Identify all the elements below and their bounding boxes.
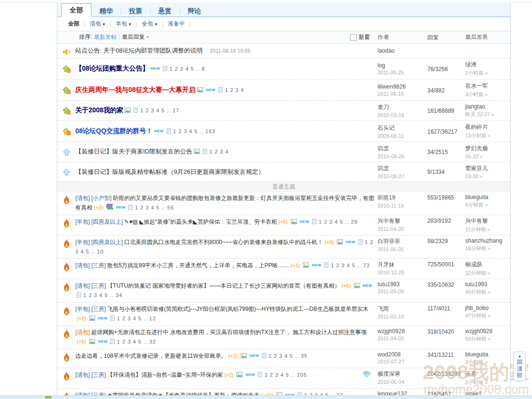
sort-by-lastreply-link[interactable]: 最后回复: [122, 33, 144, 42]
thread-title-link[interactable]: 【TUTU的筑巢记 国家地理爱好者的家】——本日记上了长沙三家网站的首页（有图有…: [107, 282, 340, 289]
thread-author-link[interactable]: log: [378, 62, 385, 69]
thread-author-link[interactable]: 月牙妹: [378, 261, 395, 268]
thread-title-link[interactable]: 关于2008我的家: [75, 106, 123, 114]
thread-author-link[interactable]: 听雨19: [378, 194, 395, 201]
pagination-links[interactable]: 1 2 3 4 5 .. 32: [117, 339, 156, 345]
thread-title-link[interactable]: 散包5万搞定89平米小三房，开通天然气，上详单，买电器，上PP咯……: [107, 262, 289, 269]
thread-category-tag[interactable]: [半包]: [75, 306, 90, 312]
last-post-time-link[interactable]: 32分钟前: [465, 270, 487, 276]
thread-title-link[interactable]: 08论坛QQ交流群的群号！: [75, 127, 153, 135]
tab-reward[interactable]: 悬赏: [150, 6, 180, 17]
sort-by-newest-link[interactable]: 最新发帖: [94, 33, 117, 42]
filter-quanbao[interactable]: 全包▼: [137, 20, 162, 28]
last-post-user-link[interactable]: blueguita: [465, 194, 488, 200]
pagination-links[interactable]: 1 2 3 4 5 .. 56: [135, 205, 174, 210]
thread-category-tag[interactable]: [清包]: [75, 282, 90, 289]
pagination-links[interactable]: 1 2 3 4 5 .. 163: [173, 128, 216, 134]
thread-category-tag[interactable]: [四房及以上]: [91, 239, 123, 245]
thread-title-link[interactable]: 【装修日记】版关于商家ID限制发言的公告: [75, 148, 192, 155]
tab-debate[interactable]: 辩论: [180, 6, 209, 17]
thread-author-link[interactable]: 极度深寒: [378, 371, 400, 377]
last-post-time-link[interactable]: 昨天 22:27: [465, 111, 490, 117]
tab-digest[interactable]: 精华: [91, 6, 121, 17]
last-post-user-link[interactable]: 爱家豆儿: [465, 165, 488, 172]
thread-title-link[interactable]: 口北美田园风口水电走完居然不到8000~~~省心的装修来自装修队中的战斗机！: [124, 239, 323, 245]
thread-category-tag[interactable]: [小户型]: [91, 195, 112, 201]
last-post-user-link[interactable]: 梦幻无极: [465, 145, 488, 152]
last-post-user-link[interactable]: blueguita: [465, 351, 488, 358]
last-post-user-link[interactable]: tutu1993: [465, 281, 487, 288]
last-post-user-link[interactable]: 柳成荫: [465, 261, 482, 268]
thread-title-link[interactable]: 庆生两周年—我与08征文大赛—大幕开启: [75, 86, 196, 93]
thread-author-link[interactable]: liliwen9826: [378, 83, 406, 90]
thread-title-link[interactable]: 【08论坛团购重大公告】: [75, 64, 149, 72]
thread-category-tag[interactable]: [三房]: [91, 306, 106, 312]
tab-all[interactable]: 全部: [61, 3, 91, 17]
filter-zhunbeizhong[interactable]: 准备中: [163, 20, 189, 28]
thread-category-tag[interactable]: [清包]: [75, 262, 90, 269]
last-post-user-link[interactable]: shanzhuzhang: [465, 237, 502, 244]
thread-title-link[interactable]: 边走边看，108平米中式装修记录，更新硬装11W全部账单。: [75, 353, 227, 359]
thread-category-tag[interactable]: [清包]: [75, 329, 90, 336]
thread-author-link[interactable]: wzjgh0928: [378, 328, 405, 335]
pagination-links[interactable]: 1 2 3 4: [209, 149, 229, 154]
thread-category-tag[interactable]: [半包]: [75, 218, 90, 225]
last-post-time-link[interactable]: 13小时前: [465, 133, 487, 138]
last-post-time-link[interactable]: 50分钟前: [465, 336, 487, 342]
last-post-time-link[interactable]: 16分钟前: [465, 245, 487, 251]
last-post-user-link[interactable]: jhb_bobo: [465, 305, 488, 311]
last-post-time-link[interactable]: 11分钟前: [465, 227, 486, 232]
thread-title-link[interactable]: 超级网购+无敌清包正在进行中 水电改造费用，买汉高百得填缝剂的TX注意了， 施工…: [91, 329, 367, 336]
last-post-time-link[interactable]: 3小时前: [465, 91, 484, 97]
last-post-user-link[interactable]: 绿洲: [465, 61, 477, 68]
thread-category-tag[interactable]: [半包]: [75, 239, 90, 245]
filter-qingbao[interactable]: 清包▼: [85, 20, 110, 28]
thread-category-tag[interactable]: [三房]: [91, 372, 106, 378]
thread-author-link[interactable]: 叽歪: [378, 145, 389, 152]
thread-category-tag[interactable]: [清包]: [75, 195, 90, 201]
last-post-user-link[interactable]: 在水一军: [465, 82, 488, 89]
last-post-user-link[interactable]: 乐喜: [465, 371, 477, 377]
last-post-user-link[interactable]: 兴中有黎: [465, 218, 488, 224]
pagination-links[interactable]: 1 2 3 4 5 .. 8: [170, 66, 205, 72]
pagination-links[interactable]: 1 2 3 4 5 .. 205: [264, 372, 307, 378]
thread-title-link[interactable]: 【装修日记】版版规及精华帖标准（9月26日更新商家限制发言规定）: [75, 168, 264, 175]
thread-author-link[interactable]: 叽歪: [378, 165, 389, 172]
pagination-links[interactable]: 1 2 3 4 5 .. 34: [83, 292, 122, 298]
last-post-time-link[interactable]: 2小时前: [465, 380, 484, 385]
last-post-time-link[interactable]: 05-22: [465, 154, 478, 159]
pagination-links[interactable]: 1 2 3 4: [225, 87, 244, 93]
last-post-time-link[interactable]: 47分钟前: [465, 313, 487, 318]
thread-category-tag[interactable]: [三房]: [91, 282, 106, 289]
thread-author-link[interactable]: tutu1993: [378, 281, 400, 288]
pagination-links[interactable]: 1 2 3 4 5 .. 73: [331, 263, 370, 268]
announcement-title-link[interactable]: 关于08论坛内部管理团队调整的说明: [103, 47, 202, 54]
thread-author-link[interactable]: 兴中有黎: [378, 218, 400, 224]
thread-category-tag[interactable]: [三房]: [91, 262, 106, 269]
thread-author-link[interactable]: 老刀: [378, 104, 389, 110]
pagination-links[interactable]: 1 2 3 4 5 .. 17: [140, 108, 179, 113]
last-post-user-link[interactable]: wzjgh0928: [465, 328, 492, 335]
last-post-user-link[interactable]: 夜的碎片: [465, 124, 488, 130]
last-post-user-link[interactable]: jiangtao: [465, 103, 485, 110]
thread-title-link[interactable]: ✎♥▤ ◣掀起“装修”的盖头来◣菩萨保佑：宝兰吊顶、劳卡衣柜: [124, 218, 277, 225]
announcement-author[interactable]: laodao: [378, 47, 395, 54]
thread-category-tag[interactable]: [四房及以上]: [91, 218, 123, 225]
last-post-time-link[interactable]: 6分钟前: [465, 202, 484, 208]
tab-poll[interactable]: 投票: [121, 6, 150, 17]
thread-author-link[interactable]: 白羽菲菲: [378, 238, 400, 245]
pagination-links[interactable]: 1 2 3 4 5 .. 12: [117, 316, 156, 321]
thread-author-link[interactable]: wod2008: [378, 351, 401, 358]
filter-all[interactable]: 全部: [64, 20, 84, 28]
thread-title-link[interactable]: 飞雨与小爸爸唠叨装修(简简欧式)---JY阳台框架(凤铝799图)---HY特级…: [107, 306, 368, 312]
thread-author-link[interactable]: 石头记: [378, 125, 395, 131]
back-to-top-button[interactable]: ▲ 回顶部: [514, 352, 526, 381]
last-post-time-link[interactable]: 03-30: [465, 173, 478, 179]
thread-category-tag[interactable]: [清包]: [75, 372, 90, 378]
new-window-checkbox[interactable]: [350, 34, 357, 41]
last-post-time-link[interactable]: 2小时前: [465, 70, 484, 76]
last-post-time-link[interactable]: 45分钟前: [465, 289, 487, 295]
pagination-links[interactable]: 1 2 3 4 5 .. 29: [319, 219, 358, 225]
thread-title-link[interactable]: 【环保清包】清新~自然~温馨~实用~环保的家: [107, 372, 223, 378]
last-post-time-link[interactable]: 2小时前: [465, 359, 484, 365]
